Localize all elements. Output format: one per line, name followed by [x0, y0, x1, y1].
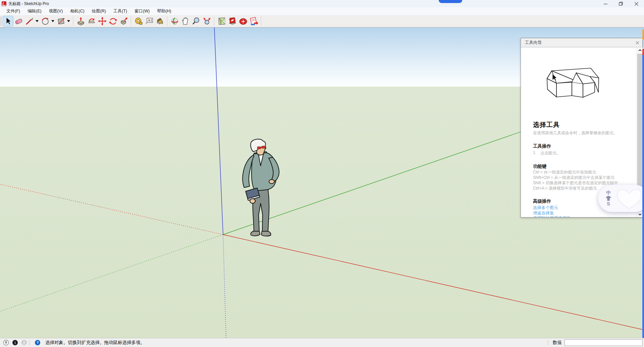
- measurements-input[interactable]: [565, 339, 643, 346]
- scale-tool-button[interactable]: [119, 16, 129, 26]
- tool-description: 在使用其他工具或命令时，选择要修改的图元。: [533, 130, 633, 136]
- arc-tool-dropdown[interactable]: [51, 16, 55, 26]
- ime-language-indicator[interactable]: 中: [606, 190, 611, 195]
- svg-text:?: ?: [36, 341, 39, 345]
- measurements-label: 数值: [553, 340, 562, 346]
- pan-tool-button[interactable]: [180, 16, 191, 26]
- restore-button[interactable]: [613, 0, 629, 7]
- pan-hand-icon: [181, 17, 190, 26]
- step-text: 点击图元。: [540, 150, 560, 156]
- window-title: 无标题 - SketchUp Pro: [8, 1, 49, 7]
- credits-info-icon[interactable]: i: [12, 340, 18, 346]
- add-location-map-icon: [217, 17, 226, 26]
- rectangle-tool-button[interactable]: [56, 16, 66, 26]
- orbit-icon: [170, 17, 179, 26]
- svg-text:i: i: [14, 341, 16, 345]
- svg-text:A1: A1: [148, 18, 153, 22]
- shirt-icon[interactable]: [605, 196, 611, 201]
- rotate-tool-button[interactable]: [108, 16, 118, 26]
- paint-bucket-icon: [156, 17, 164, 26]
- arc-tool-button[interactable]: [40, 16, 50, 26]
- toolbar-grip[interactable]: [1, 17, 2, 26]
- select-cursor-icon: [4, 17, 12, 26]
- share-model-icon: [250, 17, 258, 26]
- menu-window[interactable]: 窗口(W): [131, 7, 153, 15]
- text-icon: A1: [145, 17, 154, 26]
- status-bar: i ? 选择对象。切换到扩充选择。拖动鼠标选择多项。 数值: [0, 338, 644, 347]
- instructor-title: 工具向导: [525, 40, 542, 46]
- overlay-blue-button[interactable]: [439, 0, 462, 3]
- get-models-button[interactable]: [227, 16, 237, 26]
- follow-me-tool-button[interactable]: [87, 16, 97, 26]
- operation-step: 1. 点击图元。: [533, 150, 633, 156]
- getting-started-toolbar: A1: [0, 15, 644, 28]
- rectangle-icon: [57, 17, 65, 26]
- step-number: 1.: [533, 150, 536, 156]
- statusbar-separator: [29, 340, 30, 345]
- menu-help[interactable]: 帮助(H): [153, 7, 175, 15]
- menu-draw[interactable]: 绘图(R): [88, 7, 110, 15]
- select-tool-button[interactable]: [3, 16, 13, 26]
- follow-me-icon: [87, 17, 96, 26]
- ime-sogou-logo[interactable]: S: [607, 201, 610, 206]
- paint-bucket-tool-button[interactable]: [155, 16, 165, 26]
- toolbar-separator: [167, 16, 168, 26]
- zoom-icon: [192, 17, 201, 26]
- line-tool-button[interactable]: [24, 16, 35, 26]
- menu-tools[interactable]: 工具(T): [110, 7, 131, 15]
- move-tool-button[interactable]: [97, 16, 107, 26]
- push-pull-tool-button[interactable]: [76, 16, 86, 26]
- menu-file[interactable]: 文件(F): [3, 7, 24, 15]
- sketchup-logo-icon: [2, 1, 6, 6]
- ime-toolbar[interactable]: 中 S: [598, 185, 644, 212]
- scroll-down-arrow[interactable]: [637, 211, 643, 217]
- statusbar-separator: [548, 340, 548, 345]
- menu-bar: 文件(F) 编辑(E) 视图(V) 相机(C) 绘图(R) 工具(T) 窗口(W…: [0, 7, 644, 15]
- tape-measure-tool-button[interactable]: [133, 16, 144, 26]
- zoom-tool-button[interactable]: [191, 16, 201, 26]
- extension-warehouse-icon: [239, 17, 248, 26]
- toolbar-separator: [73, 16, 74, 26]
- tape-measure-icon: [134, 17, 143, 26]
- extension-warehouse-button[interactable]: [238, 16, 248, 26]
- instructor-titlebar[interactable]: 工具向导: [521, 38, 642, 47]
- zoom-extents-tool-button[interactable]: [202, 16, 212, 26]
- menu-view[interactable]: 视图(V): [45, 7, 67, 15]
- 3d-warehouse-icon: [228, 17, 237, 26]
- toolbar-separator: [131, 16, 131, 26]
- text-tool-button[interactable]: A1: [144, 16, 154, 26]
- tool-demo-house-image: [537, 63, 604, 102]
- menu-edit[interactable]: 编辑(E): [24, 7, 45, 15]
- tool-heading: 选择工具: [533, 120, 633, 129]
- line-tool-dropdown[interactable]: [35, 16, 39, 26]
- add-location-button[interactable]: [217, 16, 227, 26]
- scrollbar-thumb[interactable]: [637, 54, 642, 205]
- rectangle-tool-dropdown[interactable]: [66, 16, 71, 26]
- menu-camera[interactable]: 相机(C): [66, 7, 88, 15]
- eraser-tool-button[interactable]: [14, 16, 24, 26]
- eraser-icon: [14, 17, 23, 26]
- edge-strip-red: [642, 49, 644, 55]
- scale-icon: [119, 17, 128, 26]
- orbit-tool-button[interactable]: [170, 16, 180, 26]
- function-keys-heading: 功能键: [533, 163, 633, 169]
- scale-figure[interactable]: [238, 138, 285, 237]
- rotate-icon: [109, 17, 117, 26]
- share-model-button[interactable]: [249, 16, 259, 26]
- arc-icon: [41, 17, 50, 26]
- scroll-up-arrow[interactable]: [637, 47, 643, 53]
- edge-strip-blue: [642, 55, 644, 338]
- minimize-button[interactable]: [598, 0, 613, 7]
- title-bar: 无标题 - SketchUp Pro: [0, 0, 644, 7]
- help-icon[interactable]: ?: [34, 340, 41, 346]
- close-button[interactable]: [629, 0, 644, 7]
- geolocation-icon[interactable]: [3, 340, 9, 346]
- instructor-close-button[interactable]: [634, 40, 640, 46]
- heart-icon[interactable]: [615, 186, 644, 210]
- sign-in-user-icon[interactable]: [21, 340, 27, 346]
- zoom-extents-icon: [203, 17, 211, 26]
- advanced-link-expand-selection[interactable]: 使用鼠标展开选择集: [533, 216, 633, 217]
- function-key-line: Ctrl = 向一组选定的图元中添加图元: [533, 169, 633, 175]
- toolbar-separator: [214, 16, 215, 26]
- operations-heading: 工具操作: [533, 143, 633, 149]
